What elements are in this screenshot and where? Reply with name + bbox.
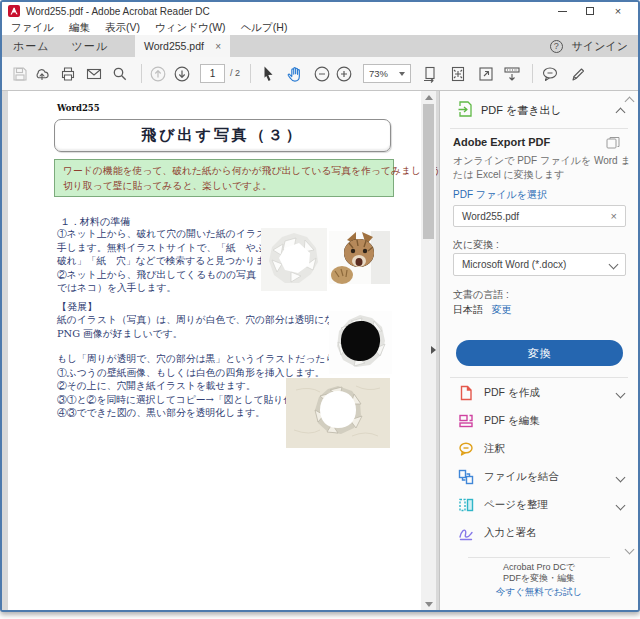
select-pdf-file-link[interactable]: PDF ファイルを選択 <box>453 188 547 202</box>
tool-label: PDF を作成 <box>484 386 540 400</box>
torn-paper-image <box>261 228 327 291</box>
panel-divider <box>450 377 628 378</box>
zoom-out-button[interactable] <box>314 65 331 82</box>
tab-bar: ホーム ツール Word255.pdf × ? サインイン <box>2 35 638 57</box>
free-trial-link[interactable]: 今すぐ無料でお試し <box>440 586 638 599</box>
hand-tool-icon <box>286 65 304 83</box>
collapse-arrow-icon <box>431 346 436 354</box>
doc-title: 飛び出す写真（３） <box>141 126 304 145</box>
convert-to-label: 次に変換 : <box>453 238 499 252</box>
promo-line: PDFを変換・編集 <box>440 573 638 584</box>
chevron-down-icon <box>616 500 626 510</box>
scroll-up-icon[interactable] <box>425 95 433 100</box>
export-pdf-header-label[interactable]: PDF を書き出し <box>481 103 562 118</box>
chevron-up-icon[interactable] <box>617 106 624 118</box>
chevron-down-icon <box>616 472 626 482</box>
panel-collapse-handle[interactable] <box>431 343 439 356</box>
format-dropdown[interactable]: Microsoft Word (*.docx) <box>453 253 626 276</box>
page-number-input[interactable] <box>200 64 225 83</box>
tab-home[interactable]: ホーム <box>2 35 61 57</box>
chevron-down-icon <box>609 260 619 270</box>
tools-panel: PDF を書き出し Adobe Export PDF オンラインで PDF ファ… <box>439 91 638 611</box>
window-controls: × <box>548 3 632 19</box>
change-language-link[interactable]: 変更 <box>492 304 512 315</box>
tool-organize-pages[interactable]: ページを整理 <box>440 491 638 519</box>
search-icon <box>112 65 129 82</box>
tool-edit-pdf[interactable]: PDF を編集 <box>440 407 638 435</box>
cursor-icon <box>261 65 276 82</box>
export-description-line: オンラインで PDF ファイルを Word ま <box>453 154 631 168</box>
menu-window[interactable]: ウィンドウ(W) <box>155 21 226 35</box>
window-title: Word255.pdf - Adobe Acrobat Reader DC <box>26 6 210 17</box>
email-button[interactable] <box>86 65 103 82</box>
comment-button[interactable] <box>541 65 559 82</box>
convert-button[interactable]: 変換 <box>456 340 623 366</box>
selected-file-box[interactable]: Word255.pdf × <box>453 205 626 227</box>
maximize-button[interactable] <box>576 3 604 19</box>
previous-page-button[interactable] <box>150 65 167 82</box>
help-button[interactable]: ? <box>550 40 563 53</box>
tool-label: 注釈 <box>484 442 505 456</box>
language-value: 日本語 <box>453 304 483 315</box>
menu-edit[interactable]: 編集 <box>69 21 90 35</box>
print-button[interactable] <box>60 65 77 82</box>
print-icon <box>60 65 77 82</box>
highlight-button[interactable] <box>568 65 586 82</box>
comment-icon <box>458 441 474 457</box>
main-area: Word255 飛び出す写真（３） ワードの機能を使って、破れた紙から何かが飛び… <box>2 91 638 611</box>
hand-tool-button[interactable] <box>286 65 304 83</box>
selected-file-name: Word255.pdf <box>462 211 519 222</box>
language-row: 日本語 変更 <box>453 303 512 317</box>
menu-help[interactable]: ヘルプ(H) <box>241 21 288 35</box>
read-mode-button[interactable] <box>503 65 522 83</box>
main-toolbar: / 2 73% <box>2 57 638 91</box>
save-button[interactable] <box>12 66 28 82</box>
toolbar-divider <box>532 64 533 83</box>
next-page-button[interactable] <box>174 65 191 82</box>
tool-fill-sign[interactable]: 入力と署名 <box>440 519 638 547</box>
tab-document[interactable]: Word255.pdf × <box>135 35 230 57</box>
tool-combine-files[interactable]: ファイルを結合 <box>440 463 638 491</box>
read-mode-icon <box>503 65 522 83</box>
pdf-page: Word255 飛び出す写真（３） ワードの機能を使って、破れた紙から何かが飛び… <box>8 91 421 611</box>
search-button[interactable] <box>112 65 129 82</box>
adobe-services-icon <box>606 136 620 151</box>
zoom-level-dropdown[interactable]: 73% <box>363 64 411 83</box>
sign-in-button[interactable]: サインイン <box>572 39 628 54</box>
export-description-line: たは Excel に変換します <box>453 168 631 182</box>
upload-cloud-button[interactable] <box>33 65 51 83</box>
doc-hatten-heading: 【発展】 <box>57 300 97 314</box>
tool-label: 入力と署名 <box>484 526 537 540</box>
zoom-page-level-icon <box>449 65 467 83</box>
clear-file-icon[interactable]: × <box>611 210 617 222</box>
fit-width-button[interactable] <box>421 65 439 83</box>
scroll-down-icon[interactable] <box>425 602 433 607</box>
document-language-label: 文書の言語 : <box>453 288 509 302</box>
fullscreen-button[interactable] <box>477 65 495 83</box>
panel-scroll-down-icon[interactable] <box>626 543 633 555</box>
panel-divider <box>468 557 610 558</box>
zoom-page-level-button[interactable] <box>449 65 467 83</box>
comment-bubble-icon <box>541 65 559 82</box>
tab-bar-right: ? サインイン <box>550 35 628 57</box>
menu-view[interactable]: 表示(V) <box>105 21 140 35</box>
email-icon <box>86 65 103 82</box>
title-bar: Word255.pdf - Adobe Acrobat Reader DC × <box>2 2 638 20</box>
caret-down-icon <box>399 72 405 76</box>
close-button[interactable]: × <box>604 3 632 19</box>
zoom-in-button[interactable] <box>336 65 353 82</box>
scrollbar-thumb[interactable] <box>423 104 434 239</box>
tab-close-icon[interactable]: × <box>215 41 221 52</box>
highlighter-icon <box>568 65 586 82</box>
page-total-label: / 2 <box>230 68 240 78</box>
tool-create-pdf[interactable]: PDF を作成 <box>440 379 638 407</box>
menu-file[interactable]: ファイル <box>11 21 54 35</box>
acrobat-app-icon <box>8 5 20 17</box>
tool-comment[interactable]: 注釈 <box>440 435 638 463</box>
minimize-button[interactable] <box>548 3 576 19</box>
tool-label: PDF を編集 <box>484 414 540 428</box>
panel-scroll-up-icon[interactable] <box>626 95 633 107</box>
tab-tools[interactable]: ツール <box>61 35 120 57</box>
doc-intro-box: ワードの機能を使って、破れた紙から何かが飛び出している写真を作ってみましょう。 … <box>54 159 394 197</box>
select-tool-button[interactable] <box>261 65 276 82</box>
